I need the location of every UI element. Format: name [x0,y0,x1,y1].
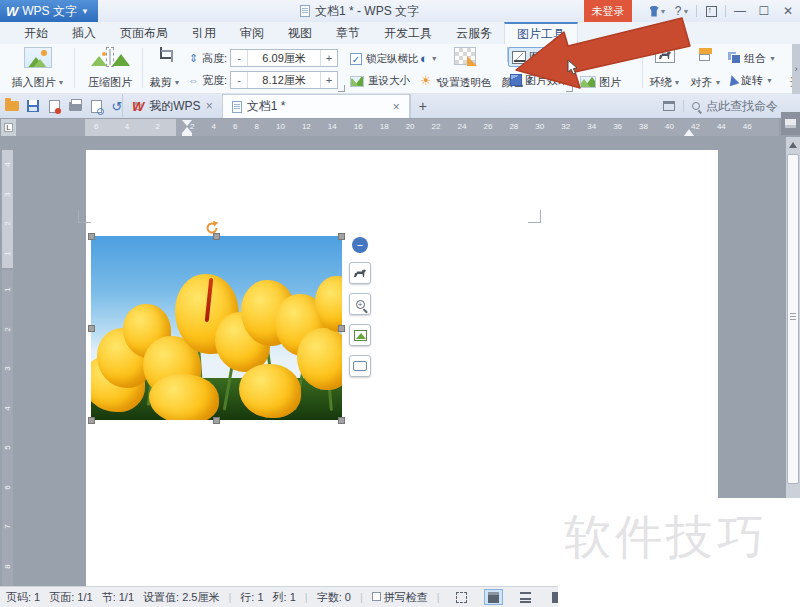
menu-tab-视图: 视图 [276,22,324,44]
open-button[interactable] [4,98,20,114]
height-plus-button[interactable]: + [320,50,337,66]
group-button[interactable]: 组合▼ [728,48,776,68]
wrap-style-button[interactable] [349,262,371,284]
insert-picture-button[interactable]: 插入图片▼ [6,45,70,92]
resize-handle-s[interactable] [213,417,220,424]
print-preview-button[interactable] [88,98,104,114]
page-view-button[interactable] [484,589,503,605]
status-line: 行: 1 [240,590,263,605]
window-title: 文档1 * - WPS 文字 [300,0,419,22]
document-icon [232,101,242,113]
resize-handle-w[interactable] [88,325,95,332]
resize-handle-sw[interactable] [88,417,95,424]
width-icon: ⇔ [188,73,199,87]
export-pdf-button[interactable] [46,98,62,114]
height-spinner[interactable]: - 6.09厘米 + [230,49,338,67]
lock-aspect-checkbox[interactable]: ✓ 锁定纵横比 [350,49,419,69]
compress-picture-button[interactable]: 压缩图片 [80,45,140,92]
scrollbar-thumb[interactable] [787,154,799,484]
width-plus-button[interactable]: + [320,72,337,88]
wps-logo-icon: W [6,4,18,19]
chevron-down-icon: ▼ [81,7,89,16]
crop-button[interactable]: 裁剪▼ [146,45,184,92]
mouse-cursor [567,60,579,76]
close-button[interactable]: ✕ [776,0,800,22]
resize-handle-nw[interactable] [88,233,95,240]
contrast-icon: ◐ [420,51,428,66]
status-page-number: 页码: 1 [6,590,40,605]
status-word-count[interactable]: 字数: 0 [317,590,351,605]
menu-tab-开发工具: 开发工具 [372,22,444,44]
margin-corner-mark-right [528,210,541,223]
first-line-indent-marker[interactable] [182,120,192,126]
close-tab-icon[interactable]: × [393,100,400,114]
document-icon [300,5,310,17]
size-dialog-launcher[interactable] [338,85,345,92]
outline-view-button[interactable] [516,589,535,605]
zoom-in-icon: + [356,300,365,309]
collapse-toolbar-button[interactable]: − [352,237,368,253]
minimize-button[interactable]: — [728,0,752,22]
rotation-handle[interactable] [204,220,220,236]
menu-tab-审阅: 审阅 [228,22,276,44]
group-divider [74,48,75,88]
height-icon: ⇕ [188,51,199,65]
tab-stop-selector[interactable]: L [1,119,16,136]
set-transparent-color-button[interactable]: 设置透明色 [436,45,494,92]
rotate-button[interactable]: 旋转▼ [728,70,773,90]
view-original-size-button[interactable]: + [349,293,371,315]
reset-size-icon [350,76,364,87]
tab-document1[interactable]: 文档1 * × [222,94,410,118]
indent-markers[interactable] [182,119,192,136]
tab-wps-home[interactable]: W 我的WPS × [122,94,222,118]
picture-border-button[interactable] [349,355,371,377]
ruler-content-numbers: 2468101214161820222426283032343638404244… [190,122,752,131]
find-command-box[interactable]: 点此查找命令 [706,98,778,115]
transparent-color-icon [454,47,476,65]
app-menu-button[interactable]: W WPS 文字 ▼ [0,0,98,22]
vertical-scrollbar[interactable] [786,137,800,498]
divider [725,5,726,17]
pdf-icon [49,100,60,113]
watermark: 软件技巧 [558,498,800,607]
chevron-right-icon: › [795,64,798,74]
scroll-up-arrow-icon[interactable] [789,142,797,148]
brightness-icon: ☀ [420,73,432,88]
left-indent-marker[interactable] [182,133,192,136]
maximize-button[interactable]: ☐ [752,0,776,22]
page-view-icon [488,592,499,603]
crop-picture-button[interactable] [349,324,371,346]
folder-icon [5,101,19,111]
resize-handle-se[interactable] [338,417,345,424]
reset-size-button[interactable]: 重设大小 [350,71,410,91]
scrollbar-grip-icon [790,313,796,314]
height-row: ⇕ 高度: - 6.09厘米 + [188,48,338,68]
checkbox-checked-icon: ✓ [350,53,362,65]
right-indent-marker[interactable] [684,129,694,136]
outline-view-icon [520,592,531,603]
crop-icon [158,47,173,62]
print-icon [69,102,82,111]
full-screen-view-button[interactable] [452,589,471,605]
minus-icon: − [357,239,363,251]
vertical-ruler[interactable]: 4321 12345678 [2,150,13,586]
status-column: 列: 1 [273,590,296,605]
tulip-photo[interactable] [91,236,342,420]
ruler-toggle-button[interactable] [781,112,800,135]
resize-handle-ne[interactable] [338,233,345,240]
resize-handle-e[interactable] [338,325,345,332]
close-tab-icon[interactable]: × [206,99,213,113]
save-button[interactable] [25,98,41,114]
height-value[interactable]: 6.09厘米 [248,50,320,66]
ribbon-expand-strip[interactable]: › [792,44,800,94]
width-minus-button[interactable]: - [231,72,248,88]
spell-check-toggle[interactable]: 拼写检查 [372,590,428,605]
horizontal-ruler[interactable]: 642 246810121416182022242628303234363840… [16,119,779,136]
width-value[interactable]: 8.12厘米 [248,72,320,88]
new-tab-button[interactable]: + [410,94,435,118]
width-spinner[interactable]: - 8.12厘米 + [230,71,338,89]
print-button[interactable] [67,98,83,114]
height-minus-button[interactable]: - [231,50,248,66]
tab-stop-icon: L [4,123,13,132]
watermark-text: 软件技巧 [564,506,768,569]
